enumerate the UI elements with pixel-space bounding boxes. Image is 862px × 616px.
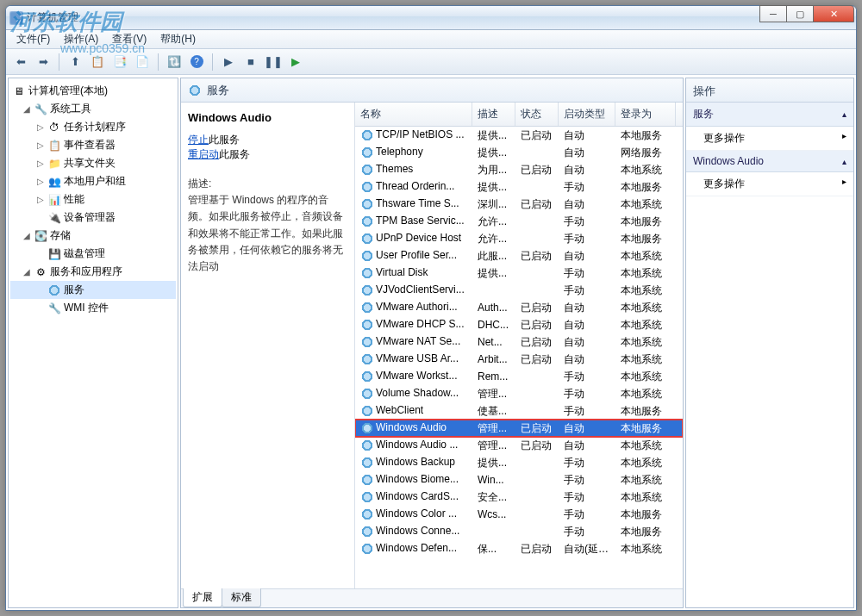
column-headers[interactable]: 名称 描述 状态 启动类型 登录为 bbox=[355, 103, 683, 127]
services-list[interactable]: 名称 描述 状态 启动类型 登录为 TCP/IP NetBIOS ...提供..… bbox=[355, 103, 683, 588]
stop-button[interactable]: ■ bbox=[241, 53, 260, 72]
actions-more-1[interactable]: 更多操作▸ bbox=[686, 127, 853, 151]
properties-button[interactable]: 📄 bbox=[133, 53, 152, 72]
collapse-icon: ▴ bbox=[842, 109, 846, 119]
app-icon bbox=[9, 11, 23, 25]
service-row[interactable]: VMware DHCP S...DHC...已启动自动本地系统 bbox=[355, 316, 683, 333]
menu-action[interactable]: 操作(A) bbox=[59, 30, 103, 48]
service-row[interactable]: User Profile Ser...此服...已启动自动本地系统 bbox=[355, 247, 683, 264]
gear-icon bbox=[188, 84, 202, 97]
col-logon[interactable]: 登录为 bbox=[615, 103, 676, 126]
service-row[interactable]: Windows Backup提供...手动本地系统 bbox=[355, 454, 683, 471]
gear-icon bbox=[360, 490, 374, 504]
gear-icon bbox=[360, 266, 374, 280]
actions-more-2[interactable]: 更多操作▸ bbox=[686, 172, 853, 196]
service-row[interactable]: VMware USB Ar...Arbit...已启动自动本地系统 bbox=[355, 351, 683, 368]
gear-icon bbox=[360, 542, 374, 556]
main-window: 计算机管理 ─ ▢ ✕ 文件(F) 操作(A) 查看(V) 帮助(H) ⬅ ➡ … bbox=[5, 5, 857, 611]
gear-icon bbox=[360, 507, 374, 521]
refresh-button[interactable]: 🔃 bbox=[165, 53, 184, 72]
help-button[interactable]: ? bbox=[187, 53, 206, 72]
tree-users[interactable]: ▷👥本地用户和组 bbox=[10, 172, 176, 190]
gear-icon bbox=[360, 404, 374, 418]
service-row[interactable]: VMware Workst...Rem...手动本地系统 bbox=[355, 368, 683, 385]
restart-button[interactable]: ▶ bbox=[286, 53, 305, 72]
service-row[interactable]: Windows Color ...Wcs...手动本地服务 bbox=[355, 506, 683, 523]
service-row[interactable]: VJVodClientServi...手动本地系统 bbox=[355, 282, 683, 299]
tree-root[interactable]: 🖥计算机管理(本地) bbox=[10, 82, 176, 100]
tree-svcapp[interactable]: ◢⚙服务和应用程序 bbox=[10, 263, 176, 281]
chevron-right-icon: ▸ bbox=[842, 177, 846, 191]
service-row[interactable]: Thsware Time S...深圳...已启动自动本地系统 bbox=[355, 196, 683, 213]
service-row[interactable]: TCP/IP NetBIOS ...提供...已启动自动本地服务 bbox=[355, 127, 683, 144]
menu-file[interactable]: 文件(F) bbox=[11, 30, 55, 48]
service-row[interactable]: Windows Audio管理...已启动自动本地服务 bbox=[355, 420, 683, 437]
service-row[interactable]: Thread Orderin...提供...手动本地服务 bbox=[355, 178, 683, 196]
col-desc[interactable]: 描述 bbox=[472, 103, 515, 126]
service-row[interactable]: VMware NAT Se...Net...已启动自动本地系统 bbox=[355, 333, 683, 351]
menu-view[interactable]: 查看(V) bbox=[107, 30, 152, 48]
service-row[interactable]: Virtual Disk提供...手动本地系统 bbox=[355, 264, 683, 282]
service-row[interactable]: Themes为用...已启动自动本地系统 bbox=[355, 161, 683, 178]
service-row[interactable]: Windows Defen...保...已启动自动(延迟...本地系统 bbox=[355, 540, 683, 557]
service-row[interactable]: WebClient使基...手动本地服务 bbox=[355, 402, 683, 420]
actions-section-selected[interactable]: Windows Audio▴ bbox=[686, 151, 853, 172]
desc-label: 描述: bbox=[188, 176, 347, 192]
tab-standard[interactable]: 标准 bbox=[222, 588, 261, 607]
tab-extended[interactable]: 扩展 bbox=[183, 588, 222, 607]
up-button[interactable]: ⬆ bbox=[66, 53, 84, 72]
actions-section-services[interactable]: 服务▴ bbox=[686, 103, 853, 127]
minimize-button[interactable]: ─ bbox=[759, 5, 787, 22]
services-header-text: 服务 bbox=[207, 83, 229, 98]
pause-button[interactable]: ❚❚ bbox=[264, 53, 283, 72]
gear-icon bbox=[360, 215, 374, 228]
tree-scheduler[interactable]: ▷⏱任务计划程序 bbox=[10, 118, 176, 136]
tree-storage[interactable]: ◢💽存储 bbox=[10, 227, 176, 245]
gear-icon bbox=[360, 473, 374, 487]
forward-button[interactable]: ➡ bbox=[34, 53, 53, 72]
actions-pane: 操作 服务▴ 更多操作▸ Windows Audio▴ 更多操作▸ bbox=[685, 78, 854, 608]
service-row[interactable]: UPnP Device Host允许...手动本地服务 bbox=[355, 230, 683, 247]
tree-services[interactable]: 服务 bbox=[10, 281, 176, 299]
gear-icon bbox=[360, 525, 374, 538]
service-row[interactable]: VMware Authori...Auth...已启动自动本地系统 bbox=[355, 299, 683, 316]
service-row[interactable]: Windows Biome...Win...手动本地系统 bbox=[355, 471, 683, 488]
gear-icon bbox=[360, 318, 374, 332]
col-status[interactable]: 状态 bbox=[515, 103, 559, 126]
service-row[interactable]: Windows Audio ...管理...已启动自动本地系统 bbox=[355, 437, 683, 454]
tree-perf[interactable]: ▷📊性能 bbox=[10, 190, 176, 208]
gear-icon bbox=[360, 301, 374, 314]
service-row[interactable]: TPM Base Servic...允许...手动本地服务 bbox=[355, 213, 683, 230]
tree-shared[interactable]: ▷📁共享文件夹 bbox=[10, 154, 176, 172]
tree-diskmgr[interactable]: 💾磁盘管理 bbox=[10, 245, 176, 263]
middle-pane: 服务 Windows Audio 停止此服务 重启动此服务 描述: 管理基于 W… bbox=[180, 78, 684, 608]
col-name[interactable]: 名称 bbox=[355, 103, 472, 126]
col-startup[interactable]: 启动类型 bbox=[559, 103, 615, 126]
close-button[interactable]: ✕ bbox=[813, 5, 854, 22]
tree-devmgr[interactable]: 🔌设备管理器 bbox=[10, 208, 176, 227]
stop-link[interactable]: 停止 bbox=[188, 134, 209, 146]
gear-icon bbox=[360, 249, 374, 263]
back-button[interactable]: ⬅ bbox=[11, 53, 30, 72]
play-button[interactable]: ▶ bbox=[219, 53, 238, 72]
show-hide-button[interactable]: 📋 bbox=[88, 53, 107, 72]
chevron-right-icon: ▸ bbox=[842, 131, 846, 146]
service-row[interactable]: Telephony提供...自动网络服务 bbox=[355, 144, 683, 161]
detail-pane: Windows Audio 停止此服务 重启动此服务 描述: 管理基于 Wind… bbox=[181, 103, 355, 588]
separator-icon bbox=[158, 53, 159, 71]
tree-pane[interactable]: 🖥计算机管理(本地) ◢🔧系统工具 ▷⏱任务计划程序 ▷📋事件查看器 ▷📁共享文… bbox=[8, 78, 178, 608]
tree-systools[interactable]: ◢🔧系统工具 bbox=[10, 100, 176, 118]
service-row[interactable]: Windows CardS...安全...手动本地系统 bbox=[355, 488, 683, 506]
titlebar[interactable]: 计算机管理 ─ ▢ ✕ bbox=[6, 6, 856, 30]
maximize-button[interactable]: ▢ bbox=[786, 5, 814, 22]
service-row[interactable]: Windows Conne...手动本地服务 bbox=[355, 523, 683, 540]
gear-icon bbox=[360, 128, 374, 142]
export-button[interactable]: 📑 bbox=[110, 53, 129, 72]
restart-link[interactable]: 重启动 bbox=[188, 148, 219, 160]
tree-eventviewer[interactable]: ▷📋事件查看器 bbox=[10, 136, 176, 154]
tree-wmi[interactable]: 🔧WMI 控件 bbox=[10, 299, 176, 317]
gear-icon bbox=[360, 352, 374, 366]
desc-text: 管理基于 Windows 的程序的音频。如果此服务被停止，音频设备和效果将不能正… bbox=[188, 192, 347, 275]
service-row[interactable]: Volume Shadow...管理...手动本地系统 bbox=[355, 385, 683, 402]
menu-help[interactable]: 帮助(H) bbox=[155, 30, 201, 48]
